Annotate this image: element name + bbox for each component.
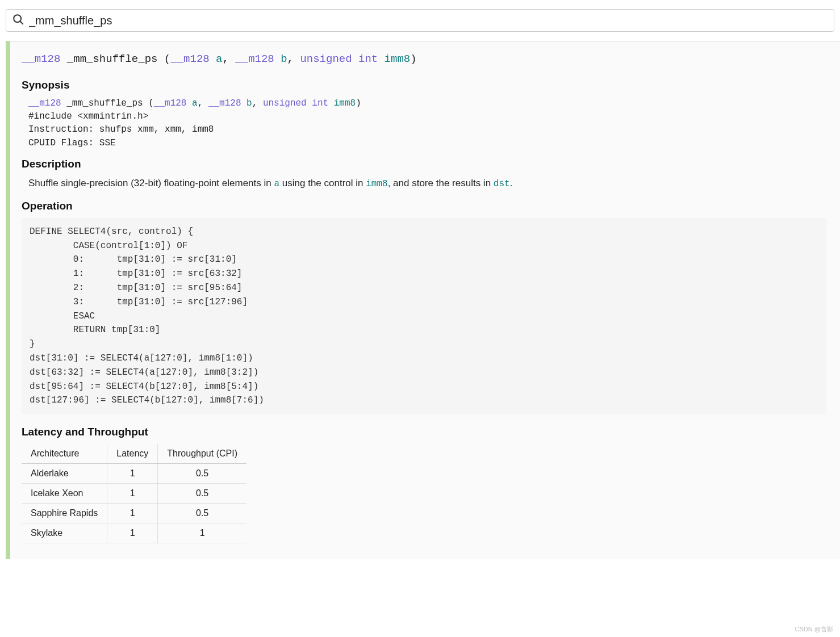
function-signature: __m128 _mm_shuffle_ps (__m128 a, __m128 … xyxy=(22,53,826,65)
desc-code-dst: dst xyxy=(494,179,510,189)
perf-table-header-row: Architecture Latency Throughput (CPI) xyxy=(22,444,246,464)
intrinsic-detail-panel: __m128 _mm_shuffle_ps (__m128 a, __m128 … xyxy=(6,41,840,559)
svg-line-1 xyxy=(20,22,23,24)
param-1-type: __m128 xyxy=(235,53,274,65)
param-0-name: a xyxy=(216,53,222,65)
synopsis-instruction: Instruction: shufps xmm, xmm, imm8 xyxy=(28,124,214,135)
table-row: Icelake Xeon 1 0.5 xyxy=(22,484,246,504)
description-heading: Description xyxy=(22,158,826,170)
perf-header-arch: Architecture xyxy=(22,444,107,464)
param-1-name: b xyxy=(281,53,287,65)
search-box[interactable] xyxy=(6,9,834,32)
synopsis-heading: Synopsis xyxy=(22,79,826,91)
table-row: Skylake 1 1 xyxy=(22,523,246,543)
perf-heading: Latency and Throughput xyxy=(22,426,826,438)
description-text: Shuffle single-precision (32-bit) floati… xyxy=(28,176,826,191)
function-name: _mm_shuffle_ps xyxy=(67,53,158,65)
perf-header-latency: Latency xyxy=(107,444,158,464)
operation-code: DEFINE SELECT4(src, control) { CASE(cont… xyxy=(22,218,826,414)
search-bar xyxy=(6,9,834,32)
perf-header-throughput: Throughput (CPI) xyxy=(158,444,246,464)
perf-table: Architecture Latency Throughput (CPI) Al… xyxy=(22,444,246,543)
param-2-name: imm8 xyxy=(385,53,411,65)
synopsis-include: #include <xmmintrin.h> xyxy=(28,111,148,121)
search-icon xyxy=(12,13,24,28)
table-row: Alderlake 1 0.5 xyxy=(22,464,246,484)
search-input[interactable] xyxy=(29,14,828,27)
return-type: __m128 xyxy=(22,53,60,65)
synopsis-block: __m128 _mm_shuffle_ps (__m128 a, __m128 … xyxy=(28,97,826,150)
operation-heading: Operation xyxy=(22,200,826,212)
synopsis-cpuid: CPUID Flags: SSE xyxy=(28,138,116,148)
desc-code-imm8: imm8 xyxy=(366,179,387,189)
param-0-type: __m128 xyxy=(170,53,209,65)
table-row: Sapphire Rapids 1 0.5 xyxy=(22,504,246,523)
desc-code-a: a xyxy=(274,179,279,189)
param-2-type: unsigned int xyxy=(300,53,378,65)
